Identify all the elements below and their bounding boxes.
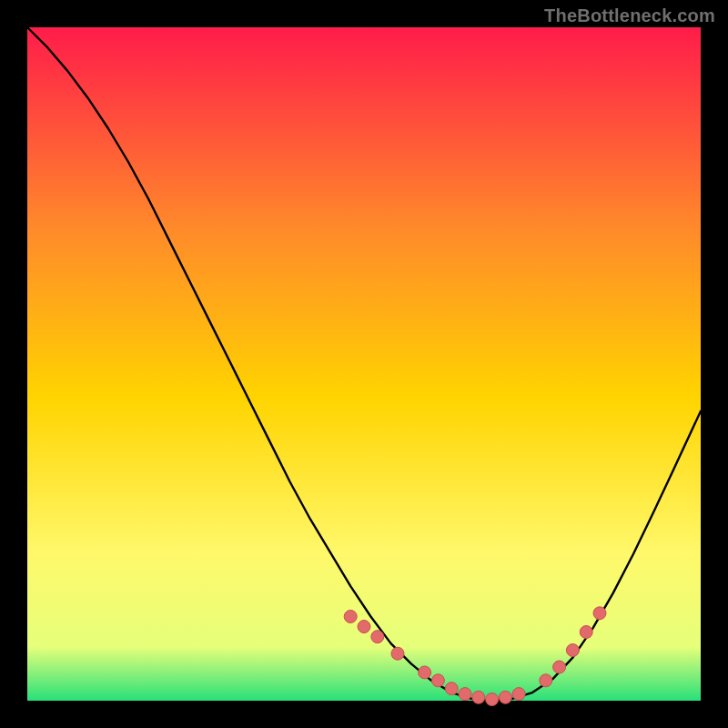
marker-point	[391, 647, 404, 660]
chart-stage: TheBottleneck.com	[0, 0, 728, 728]
marker-point	[445, 682, 458, 695]
bottleneck-plot	[0, 0, 728, 728]
marker-point	[358, 621, 370, 633]
marker-point	[431, 674, 444, 687]
marker-point	[486, 693, 499, 706]
marker-point	[553, 661, 566, 673]
plot-background-gradient	[27, 27, 701, 701]
marker-point	[499, 691, 511, 703]
marker-point	[566, 644, 579, 657]
marker-point	[459, 688, 471, 701]
marker-point	[472, 691, 485, 703]
marker-point	[580, 626, 592, 639]
marker-point	[344, 611, 357, 623]
marker-point	[512, 688, 525, 701]
marker-point	[371, 631, 384, 643]
marker-point	[593, 607, 606, 620]
watermark-text: TheBottleneck.com	[544, 5, 715, 26]
marker-point	[540, 674, 552, 687]
marker-point	[419, 666, 431, 679]
